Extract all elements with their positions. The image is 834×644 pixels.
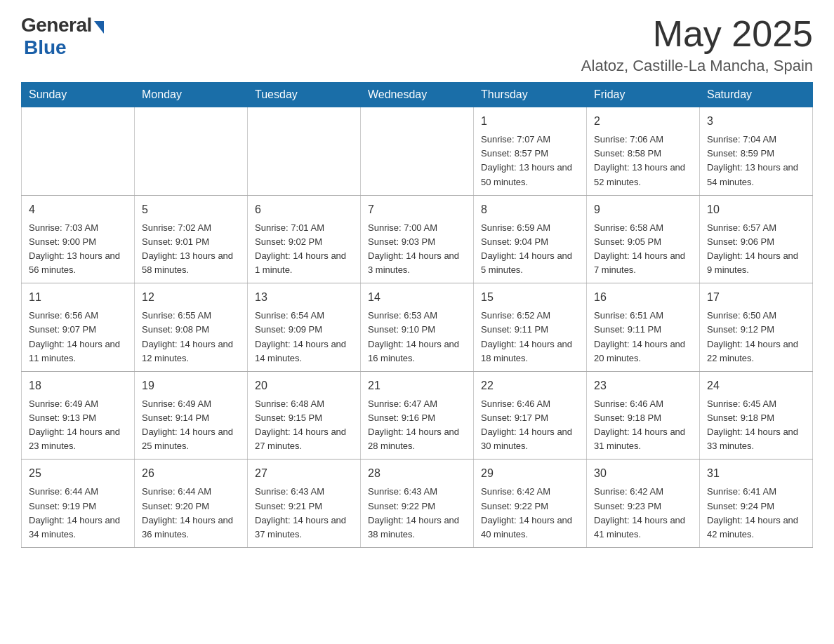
calendar-cell: 18Sunrise: 6:49 AM Sunset: 9:13 PM Dayli… [22, 371, 135, 459]
day-info: Sunrise: 6:43 AM Sunset: 9:21 PM Dayligh… [255, 485, 353, 542]
day-info: Sunrise: 6:43 AM Sunset: 9:22 PM Dayligh… [368, 485, 466, 542]
day-info: Sunrise: 6:56 AM Sunset: 9:07 PM Dayligh… [29, 309, 127, 365]
calendar-cell: 28Sunrise: 6:43 AM Sunset: 9:22 PM Dayli… [361, 459, 474, 548]
calendar-cell: 6Sunrise: 7:01 AM Sunset: 9:02 PM Daylig… [248, 195, 361, 283]
day-number: 10 [707, 201, 805, 218]
day-number: 16 [594, 289, 692, 306]
logo: General Blue [21, 14, 104, 59]
calendar-cell [135, 107, 248, 196]
logo-general-text: General [21, 14, 92, 36]
day-info: Sunrise: 6:45 AM Sunset: 9:18 PM Dayligh… [707, 397, 805, 454]
calendar-cell: 31Sunrise: 6:41 AM Sunset: 9:24 PM Dayli… [700, 459, 813, 548]
day-info: Sunrise: 6:51 AM Sunset: 9:11 PM Dayligh… [594, 309, 692, 365]
day-number: 7 [368, 201, 466, 218]
day-number: 23 [594, 377, 692, 394]
day-number: 17 [707, 289, 805, 306]
location-title: Alatoz, Castille-La Mancha, Spain [581, 57, 813, 75]
day-number: 2 [594, 113, 692, 130]
day-number: 21 [368, 377, 466, 394]
day-header-friday: Friday [587, 83, 700, 107]
day-info: Sunrise: 6:41 AM Sunset: 9:24 PM Dayligh… [707, 485, 805, 542]
day-info: Sunrise: 6:46 AM Sunset: 9:17 PM Dayligh… [481, 397, 579, 454]
day-number: 20 [255, 377, 353, 394]
day-header-thursday: Thursday [474, 83, 587, 107]
day-info: Sunrise: 7:07 AM Sunset: 8:57 PM Dayligh… [481, 133, 579, 189]
day-number: 19 [142, 377, 240, 394]
calendar-cell: 4Sunrise: 7:03 AM Sunset: 9:00 PM Daylig… [22, 195, 135, 283]
day-info: Sunrise: 6:59 AM Sunset: 9:04 PM Dayligh… [481, 221, 579, 278]
title-section: May 2025 Alatoz, Castille-La Mancha, Spa… [581, 14, 813, 75]
logo-blue-text: Blue [24, 36, 67, 59]
calendar-cell: 2Sunrise: 7:06 AM Sunset: 8:58 PM Daylig… [587, 107, 700, 196]
day-number: 24 [707, 377, 805, 394]
day-number: 25 [29, 465, 127, 482]
day-info: Sunrise: 6:44 AM Sunset: 9:19 PM Dayligh… [29, 485, 127, 542]
calendar-cell: 14Sunrise: 6:53 AM Sunset: 9:10 PM Dayli… [361, 283, 474, 372]
day-info: Sunrise: 7:02 AM Sunset: 9:01 PM Dayligh… [142, 221, 240, 278]
calendar-cell: 26Sunrise: 6:44 AM Sunset: 9:20 PM Dayli… [135, 459, 248, 548]
day-number: 5 [142, 201, 240, 218]
day-info: Sunrise: 6:42 AM Sunset: 9:23 PM Dayligh… [594, 485, 692, 542]
day-header-tuesday: Tuesday [248, 83, 361, 107]
week-row-3: 11Sunrise: 6:56 AM Sunset: 9:07 PM Dayli… [22, 283, 813, 372]
page-header: General Blue May 2025 Alatoz, Castille-L… [21, 14, 813, 75]
calendar-cell: 17Sunrise: 6:50 AM Sunset: 9:12 PM Dayli… [700, 283, 813, 372]
day-number: 9 [594, 201, 692, 218]
calendar-cell: 8Sunrise: 6:59 AM Sunset: 9:04 PM Daylig… [474, 195, 587, 283]
day-number: 31 [707, 465, 805, 482]
calendar-cell: 15Sunrise: 6:52 AM Sunset: 9:11 PM Dayli… [474, 283, 587, 372]
day-number: 26 [142, 465, 240, 482]
calendar-cell: 27Sunrise: 6:43 AM Sunset: 9:21 PM Dayli… [248, 459, 361, 548]
week-row-1: 1Sunrise: 7:07 AM Sunset: 8:57 PM Daylig… [22, 107, 813, 196]
calendar-cell: 25Sunrise: 6:44 AM Sunset: 9:19 PM Dayli… [22, 459, 135, 548]
calendar-cell: 9Sunrise: 6:58 AM Sunset: 9:05 PM Daylig… [587, 195, 700, 283]
calendar-cell: 16Sunrise: 6:51 AM Sunset: 9:11 PM Dayli… [587, 283, 700, 372]
day-info: Sunrise: 6:54 AM Sunset: 9:09 PM Dayligh… [255, 309, 353, 365]
calendar-cell: 1Sunrise: 7:07 AM Sunset: 8:57 PM Daylig… [474, 107, 587, 196]
calendar-cell: 3Sunrise: 7:04 AM Sunset: 8:59 PM Daylig… [700, 107, 813, 196]
day-info: Sunrise: 7:04 AM Sunset: 8:59 PM Dayligh… [707, 133, 805, 189]
calendar-table: SundayMondayTuesdayWednesdayThursdayFrid… [21, 82, 813, 548]
day-info: Sunrise: 6:50 AM Sunset: 9:12 PM Dayligh… [707, 309, 805, 365]
calendar-cell: 19Sunrise: 6:49 AM Sunset: 9:14 PM Dayli… [135, 371, 248, 459]
calendar-cell: 29Sunrise: 6:42 AM Sunset: 9:22 PM Dayli… [474, 459, 587, 548]
calendar-cell: 12Sunrise: 6:55 AM Sunset: 9:08 PM Dayli… [135, 283, 248, 372]
week-row-5: 25Sunrise: 6:44 AM Sunset: 9:19 PM Dayli… [22, 459, 813, 548]
day-info: Sunrise: 6:48 AM Sunset: 9:15 PM Dayligh… [255, 397, 353, 454]
day-number: 1 [481, 113, 579, 130]
calendar-cell: 21Sunrise: 6:47 AM Sunset: 9:16 PM Dayli… [361, 371, 474, 459]
calendar-cell: 23Sunrise: 6:46 AM Sunset: 9:18 PM Dayli… [587, 371, 700, 459]
calendar-cell: 20Sunrise: 6:48 AM Sunset: 9:15 PM Dayli… [248, 371, 361, 459]
calendar-cell: 5Sunrise: 7:02 AM Sunset: 9:01 PM Daylig… [135, 195, 248, 283]
day-number: 3 [707, 113, 805, 130]
calendar-cell: 22Sunrise: 6:46 AM Sunset: 9:17 PM Dayli… [474, 371, 587, 459]
day-number: 14 [368, 289, 466, 306]
calendar-cell [361, 107, 474, 196]
calendar-cell: 30Sunrise: 6:42 AM Sunset: 9:23 PM Dayli… [587, 459, 700, 548]
day-info: Sunrise: 6:57 AM Sunset: 9:06 PM Dayligh… [707, 221, 805, 278]
day-info: Sunrise: 6:58 AM Sunset: 9:05 PM Dayligh… [594, 221, 692, 278]
day-info: Sunrise: 6:46 AM Sunset: 9:18 PM Dayligh… [594, 397, 692, 454]
day-header-monday: Monday [135, 83, 248, 107]
day-info: Sunrise: 6:47 AM Sunset: 9:16 PM Dayligh… [368, 397, 466, 454]
day-number: 30 [594, 465, 692, 482]
day-number: 28 [368, 465, 466, 482]
day-number: 12 [142, 289, 240, 306]
day-info: Sunrise: 6:53 AM Sunset: 9:10 PM Dayligh… [368, 309, 466, 365]
calendar-cell [248, 107, 361, 196]
calendar-cell: 7Sunrise: 7:00 AM Sunset: 9:03 PM Daylig… [361, 195, 474, 283]
calendar-cell [22, 107, 135, 196]
day-info: Sunrise: 6:49 AM Sunset: 9:13 PM Dayligh… [29, 397, 127, 454]
day-number: 15 [481, 289, 579, 306]
day-info: Sunrise: 6:44 AM Sunset: 9:20 PM Dayligh… [142, 485, 240, 542]
day-number: 4 [29, 201, 127, 218]
day-info: Sunrise: 7:03 AM Sunset: 9:00 PM Dayligh… [29, 221, 127, 278]
calendar-cell: 13Sunrise: 6:54 AM Sunset: 9:09 PM Dayli… [248, 283, 361, 372]
calendar-cell: 24Sunrise: 6:45 AM Sunset: 9:18 PM Dayli… [700, 371, 813, 459]
day-header-saturday: Saturday [700, 83, 813, 107]
day-header-sunday: Sunday [22, 83, 135, 107]
calendar-cell: 10Sunrise: 6:57 AM Sunset: 9:06 PM Dayli… [700, 195, 813, 283]
month-title: May 2025 [581, 14, 813, 54]
day-header-wednesday: Wednesday [361, 83, 474, 107]
week-row-2: 4Sunrise: 7:03 AM Sunset: 9:00 PM Daylig… [22, 195, 813, 283]
